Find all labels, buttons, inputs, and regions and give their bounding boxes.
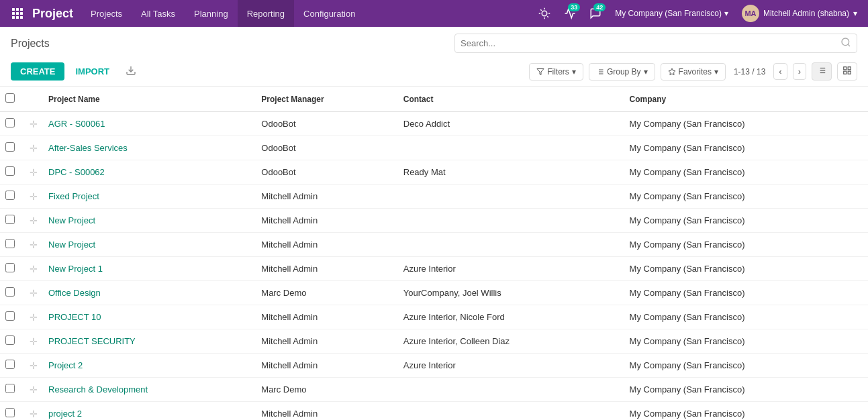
row-company: My Company (San Francisco) (624, 378, 868, 402)
prev-page-button[interactable]: ‹ (773, 63, 787, 80)
pagination-info: 1-13 / 13 (731, 67, 768, 76)
avatar: MA (742, 5, 759, 22)
row-project-name: Project 2 (43, 354, 256, 378)
row-company: My Company (San Francisco) (624, 112, 868, 136)
svg-rect-36 (848, 71, 851, 74)
row-checkbox[interactable] (5, 384, 15, 393)
row-checkbox[interactable] (5, 311, 15, 321)
row-checkbox[interactable] (5, 166, 15, 176)
row-checkbox[interactable] (5, 215, 15, 224)
groupby-button[interactable]: Group By ▾ (589, 63, 655, 81)
svg-rect-3 (12, 12, 15, 15)
project-name-link[interactable]: Fixed Project (48, 191, 99, 201)
project-name-link[interactable]: PROJECT 10 (48, 312, 101, 322)
row-company: My Company (San Francisco) (624, 354, 868, 378)
row-checkbox-cell (0, 257, 24, 281)
row-project-name: Office Design (43, 281, 256, 305)
kanban-view-button[interactable] (837, 62, 857, 81)
row-checkbox-cell (0, 354, 24, 378)
project-name-link[interactable]: Research & Development (48, 384, 148, 395)
row-drag-handle[interactable]: ✛ (24, 233, 43, 257)
row-checkbox[interactable] (5, 360, 15, 369)
search-bar (454, 34, 857, 53)
project-name-link[interactable]: DPC - S00062 (48, 167, 105, 177)
list-view-button[interactable] (812, 62, 832, 81)
project-name-link[interactable]: AGR - S00061 (48, 119, 105, 129)
row-company: My Company (San Francisco) (624, 209, 868, 233)
row-company: My Company (San Francisco) (624, 257, 868, 281)
favorites-label: Favorites (679, 67, 712, 76)
nav-menu-all-tasks[interactable]: All Tasks (132, 0, 185, 27)
row-contact (398, 378, 624, 402)
row-project-manager: Mitchell Admin (256, 354, 397, 378)
project-name-link[interactable]: Office Design (48, 288, 101, 298)
row-checkbox[interactable] (5, 263, 15, 272)
download-button[interactable] (120, 61, 142, 82)
project-name-link[interactable]: After-Sales Services (48, 143, 128, 153)
row-drag-handle[interactable]: ✛ (24, 257, 43, 281)
activity-icon-btn[interactable]: 33 (559, 2, 581, 25)
row-checkbox-cell (0, 209, 24, 233)
row-project-name: New Project (43, 209, 256, 233)
row-drag-handle[interactable]: ✛ (24, 305, 43, 329)
row-project-name: DPC - S00062 (43, 160, 256, 185)
row-checkbox-cell (0, 281, 24, 305)
row-drag-handle[interactable]: ✛ (24, 136, 43, 160)
row-contact: Azure Interior (398, 354, 624, 378)
row-project-manager: Marc Demo (256, 281, 397, 305)
row-drag-handle[interactable]: ✛ (24, 185, 43, 209)
create-button[interactable]: CREATE (11, 62, 64, 81)
row-checkbox-cell (0, 185, 24, 209)
row-drag-handle[interactable]: ✛ (24, 378, 43, 402)
row-drag-handle[interactable]: ✛ (24, 160, 43, 185)
project-name-link[interactable]: PROJECT SECURITY (48, 336, 136, 346)
row-contact: Azure Interior, Nicole Ford (398, 305, 624, 329)
filters-button[interactable]: Filters ▾ (529, 63, 583, 81)
row-drag-handle[interactable]: ✛ (24, 402, 43, 421)
row-drag-handle[interactable]: ✛ (24, 354, 43, 378)
project-name-link[interactable]: project 2 (48, 409, 82, 419)
row-drag-handle[interactable]: ✛ (24, 281, 43, 305)
row-checkbox[interactable] (5, 335, 15, 345)
company-selector[interactable]: My Company (San Francisco) ▾ (610, 2, 734, 25)
row-checkbox[interactable] (5, 287, 15, 297)
project-name-link[interactable]: New Project (48, 215, 95, 225)
favorites-button[interactable]: Favorites ▾ (661, 63, 726, 81)
apps-icon[interactable] (5, 0, 30, 27)
row-project-manager: Mitchell Admin (256, 402, 397, 421)
activity-badge: 33 (568, 3, 580, 11)
row-checkbox[interactable] (5, 408, 15, 417)
svg-point-9 (542, 11, 547, 16)
next-page-button[interactable]: › (793, 63, 806, 80)
bug-icon-btn[interactable] (533, 2, 556, 25)
search-icon (840, 37, 851, 50)
search-input[interactable] (461, 38, 840, 48)
project-name-link[interactable]: New Project 1 (48, 264, 103, 274)
nav-menu-reporting[interactable]: Reporting (238, 0, 294, 27)
row-project-name: New Project (43, 233, 256, 257)
row-drag-handle[interactable]: ✛ (24, 329, 43, 354)
row-drag-handle[interactable]: ✛ (24, 112, 43, 136)
toolbar: CREATE IMPORT Filters ▾ Group By ▾ Favor… (0, 57, 868, 87)
user-menu[interactable]: MA Mitchell Admin (shabna) ▾ (736, 2, 863, 25)
nav-menu-planning[interactable]: Planning (185, 0, 238, 27)
project-name-link[interactable]: New Project (48, 240, 95, 250)
row-checkbox-cell (0, 378, 24, 402)
chat-icon-btn[interactable]: 42 (584, 2, 607, 25)
row-contact: Deco Addict (398, 112, 624, 136)
filter-group: Filters ▾ Group By ▾ Favorites ▾ 1-13 / … (529, 62, 857, 81)
project-name-link[interactable]: Project 2 (48, 360, 83, 370)
favorites-chevron-icon: ▾ (714, 67, 718, 76)
nav-menu-configuration[interactable]: Configuration (294, 0, 365, 27)
nav-menu-projects[interactable]: Projects (81, 0, 132, 27)
row-checkbox[interactable] (5, 239, 15, 248)
row-checkbox[interactable] (5, 191, 15, 200)
header-company: Company (624, 87, 868, 112)
import-button[interactable]: IMPORT (70, 62, 115, 81)
row-contact (398, 185, 624, 209)
svg-rect-34 (848, 67, 851, 70)
row-drag-handle[interactable]: ✛ (24, 209, 43, 233)
row-checkbox[interactable] (5, 118, 15, 127)
row-checkbox[interactable] (5, 142, 15, 152)
select-all-checkbox[interactable] (5, 93, 15, 103)
